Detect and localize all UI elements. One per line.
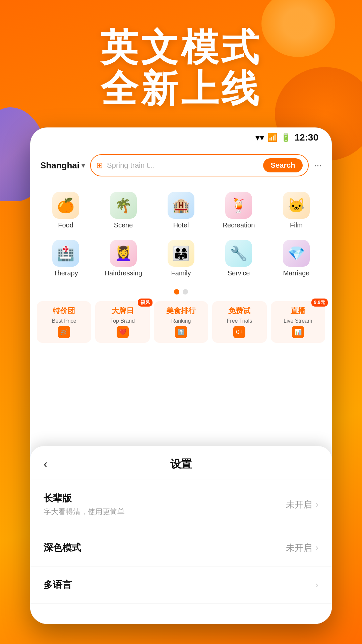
- settings-row-right-0: 未开启 ›: [286, 499, 318, 511]
- settings-row-1[interactable]: 深色模式 未开启 ›: [30, 529, 332, 567]
- cat-label-therapy: Therapy: [53, 269, 78, 277]
- settings-row-right-2: ›: [315, 580, 318, 590]
- promo-zh-3: 免费试: [228, 306, 250, 316]
- search-placeholder: Spring train t...: [107, 161, 259, 170]
- promo-icon-4: 📊: [292, 326, 304, 338]
- promo-icon-0: 🛒: [58, 326, 70, 338]
- status-time: 12:30: [294, 132, 318, 143]
- promo-grid: 特价团 Best Price 🛒 福风 大牌日 Top Brand ❤️ 美食排…: [30, 298, 332, 346]
- chevron-icon-2: ›: [315, 580, 318, 590]
- cat-label-scene: Scene: [114, 221, 133, 229]
- cat-icon-hairdressing: 💆‍♀️: [110, 240, 137, 267]
- cat-icon-recreation: 🍹: [225, 192, 252, 219]
- wifi-icon: ▾▾: [255, 132, 264, 143]
- settings-row-sub-0: 字大看得清，使用更简单: [44, 507, 125, 517]
- settings-panel: ‹ 设置 长辈版 字大看得清，使用更简单 未开启 › 深色模式 未开启 › 多语…: [30, 446, 332, 624]
- promo-zh-0: 特价团: [53, 306, 75, 316]
- cat-icon-film: 🐱: [283, 192, 310, 219]
- cat-label-hotel: Hotel: [173, 221, 189, 229]
- settings-row-0[interactable]: 长辈版 字大看得清，使用更简单 未开启 ›: [30, 480, 332, 529]
- settings-title: 设置: [44, 457, 318, 472]
- category-item-hairdressing[interactable]: 💆‍♀️ Hairdressing: [95, 234, 152, 282]
- hero-line2: 全新上线: [0, 68, 362, 109]
- dot-1: [174, 289, 179, 294]
- cat-icon-marriage: 💎: [283, 240, 310, 267]
- promo-zh-4: 直播: [291, 306, 305, 316]
- promo-zh-2: 美食排行: [166, 306, 196, 316]
- chevron-icon-1: ›: [315, 542, 318, 553]
- promo-icon-3: 0+: [233, 326, 245, 338]
- promo-en-2: Ranking: [171, 318, 191, 324]
- promo-badge-1: 福风: [138, 299, 153, 307]
- cat-icon-therapy: 🏥: [52, 240, 79, 267]
- chevron-icon-0: ›: [315, 499, 318, 510]
- status-bar: ▾▾ 📶 🔋 12:30: [30, 127, 332, 148]
- category-item-recreation[interactable]: 🍹 Recreation: [210, 186, 267, 234]
- promo-card-4[interactable]: 9.9元 直播 Live Stream 📊: [271, 301, 325, 343]
- settings-row-title-1: 深色模式: [44, 541, 81, 554]
- cat-label-marriage: Marriage: [283, 269, 310, 277]
- cat-label-family: Family: [171, 269, 191, 277]
- settings-status-0: 未开启: [286, 499, 312, 511]
- category-item-scene[interactable]: 🌴 Scene: [95, 186, 152, 234]
- back-button[interactable]: ‹: [44, 457, 48, 471]
- settings-row-left-1: 深色模式: [44, 541, 81, 554]
- category-item-food[interactable]: 🍊 Food: [37, 186, 95, 234]
- scan-icon[interactable]: ⊞: [96, 161, 103, 170]
- dot-2: [183, 289, 188, 294]
- cat-icon-hotel: 🏨: [168, 192, 194, 219]
- category-grid: 🍊 Food 🌴 Scene 🏨 Hotel 🍹 Recreation 🐱 Fi…: [30, 183, 332, 286]
- promo-badge-4: 9.9元: [311, 299, 328, 307]
- promo-card-2[interactable]: 美食排行 Ranking ⬆️: [154, 301, 208, 343]
- category-item-family[interactable]: 👨‍👩‍👧 Family: [152, 234, 210, 282]
- location-text: Shanghai: [40, 160, 79, 171]
- signal-icon: 📶: [267, 133, 278, 142]
- promo-en-1: Top Brand: [110, 318, 135, 324]
- settings-header: ‹ 设置: [30, 446, 332, 480]
- search-button[interactable]: Search: [263, 158, 302, 172]
- hero-line1: 英文模式: [0, 27, 362, 68]
- battery-icon: 🔋: [281, 133, 291, 142]
- category-item-marriage[interactable]: 💎 Marriage: [267, 234, 325, 282]
- promo-en-0: Best Price: [52, 318, 76, 324]
- category-item-service[interactable]: 🔧 Service: [210, 234, 267, 282]
- settings-row-left-0: 长辈版 字大看得清，使用更简单: [44, 492, 125, 517]
- settings-status-1: 未开启: [286, 542, 312, 554]
- settings-row-left-2: 多语言: [44, 579, 72, 591]
- cat-label-recreation: Recreation: [223, 221, 255, 229]
- settings-row-2[interactable]: 多语言 ›: [30, 567, 332, 604]
- cat-label-food: Food: [58, 221, 73, 229]
- promo-en-3: Free Trials: [227, 318, 252, 324]
- settings-row-right-1: 未开启 ›: [286, 542, 318, 554]
- category-item-therapy[interactable]: 🏥 Therapy: [37, 234, 95, 282]
- settings-row-title-2: 多语言: [44, 579, 72, 591]
- cat-label-service: Service: [228, 269, 250, 277]
- promo-zh-1: 大牌日: [112, 306, 134, 316]
- search-area: Shanghai ▾ ⊞ Spring train t... Search ··…: [30, 148, 332, 183]
- cat-icon-service: 🔧: [225, 240, 252, 267]
- promo-icon-2: ⬆️: [175, 326, 187, 338]
- promo-en-4: Live Stream: [284, 318, 312, 324]
- hero-section: 英文模式 全新上线: [0, 27, 362, 109]
- settings-row-title-0: 长辈版: [44, 492, 125, 505]
- cat-icon-scene: 🌴: [110, 192, 137, 219]
- category-item-hotel[interactable]: 🏨 Hotel: [152, 186, 210, 234]
- location-button[interactable]: Shanghai ▾: [40, 160, 85, 171]
- more-options-icon[interactable]: ···: [314, 160, 322, 171]
- status-icons: ▾▾ 📶 🔋 12:30: [255, 132, 318, 143]
- promo-icon-1: ❤️: [117, 326, 129, 338]
- cat-label-film: Film: [290, 221, 303, 229]
- cat-icon-food: 🍊: [52, 192, 79, 219]
- cat-label-hairdressing: Hairdressing: [105, 269, 142, 277]
- app-content: Shanghai ▾ ⊞ Spring train t... Search ··…: [30, 148, 332, 624]
- phone-frame: ▾▾ 📶 🔋 12:30 Shanghai ▾ ⊞ Spring train t…: [30, 127, 332, 624]
- cat-icon-family: 👨‍👩‍👧: [168, 240, 194, 267]
- search-bar[interactable]: ⊞ Spring train t... Search: [90, 154, 309, 176]
- location-dropdown-icon: ▾: [81, 161, 85, 169]
- category-item-film[interactable]: 🐱 Film: [267, 186, 325, 234]
- promo-card-0[interactable]: 特价团 Best Price 🛒: [37, 301, 91, 343]
- promo-card-1[interactable]: 福风 大牌日 Top Brand ❤️: [95, 301, 149, 343]
- promo-card-3[interactable]: 免费试 Free Trials 0+: [212, 301, 266, 343]
- page-dots: [30, 286, 332, 298]
